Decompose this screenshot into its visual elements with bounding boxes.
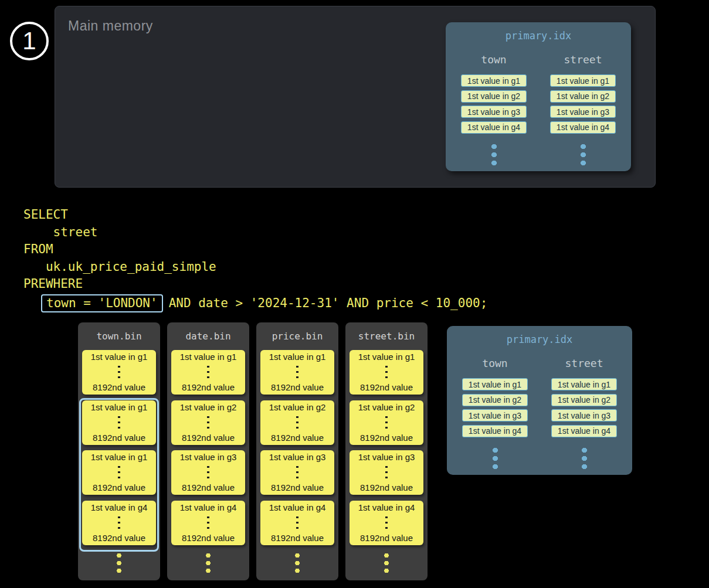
sql-query: SELECT street FROM uk.uk_price_paid_simp… [23, 206, 487, 314]
granule-first-value: 1st value in g4 [180, 502, 237, 512]
index-column-header: street [565, 357, 603, 369]
granule-first-value: 1st value in g3 [269, 452, 326, 462]
prewhere-town-highlight-box: town = 'LONDON' [41, 294, 163, 312]
granule-list: 1st value in g1 8192nd value 1st value i… [345, 350, 428, 545]
index-entry: 1st value in g4 [462, 425, 528, 437]
bin-file-date: date.bin 1st value in g1 8192nd value 1s… [167, 322, 249, 580]
granule-block: 1st value in g1 8192nd value [82, 400, 156, 445]
granule-block: 1st value in g2 8192nd value [260, 400, 334, 445]
granule-block: 1st value in g4 8192nd value [82, 501, 156, 545]
ellipsis-dots-icon [207, 464, 209, 480]
granule-block: 1st value in g2 8192nd value [171, 400, 245, 445]
bin-file-title: street.bin [345, 322, 428, 342]
granule-block: 1st value in g1 8192nd value [350, 350, 423, 395]
step-number: 1 [22, 29, 36, 53]
ellipsis-dots-icon [296, 364, 298, 380]
ellipsis-dots-icon [491, 142, 497, 167]
granule-last-value: 8192nd value [271, 482, 324, 492]
granule-last-value: 8192nd value [93, 433, 145, 443]
main-memory-label: Main memory [68, 18, 153, 34]
sql-line-table: uk.uk_price_paid_simple [23, 259, 487, 276]
ellipsis-dots-icon [118, 364, 120, 380]
granule-first-value: 1st value in g3 [358, 452, 415, 462]
granule-block: 1st value in g1 8192nd value [260, 350, 334, 395]
granule-last-value: 8192nd value [271, 433, 324, 443]
granule-first-value: 1st value in g4 [269, 502, 326, 512]
index-columns: town 1st value in g1 1st value in g2 1st… [446, 53, 631, 167]
index-column-town: town 1st value in g1 1st value in g2 1st… [462, 357, 528, 471]
ellipsis-dots-icon [493, 446, 498, 471]
granule-first-value: 1st value in g2 [358, 402, 415, 412]
granule-first-value: 1st value in g1 [358, 352, 415, 362]
ellipsis-dots-icon [581, 142, 586, 167]
index-column-street: street 1st value in g1 1st value in g2 1… [551, 357, 617, 471]
index-column-header: town [481, 53, 506, 66]
index-entry: 1st value in g3 [550, 106, 616, 118]
granule-list: 1st value in g1 8192nd value 1st value i… [167, 350, 249, 545]
index-file-title: primary.idx [446, 22, 631, 42]
granule-last-value: 8192nd value [182, 433, 235, 443]
index-entry: 1st value in g4 [551, 425, 617, 437]
granule-first-value: 1st value in g1 [91, 452, 148, 462]
bin-file-street: street.bin 1st value in g1 8192nd value … [345, 322, 428, 580]
ellipsis-dots-icon [207, 515, 209, 531]
index-entry: 1st value in g1 [461, 74, 527, 87]
granule-first-value: 1st value in g1 [180, 352, 237, 362]
granule-first-value: 1st value in g1 [91, 402, 148, 412]
granule-block: 1st value in g3 8192nd value [171, 450, 245, 495]
index-column-header: street [564, 53, 602, 66]
primary-index-card-memory: primary.idx town 1st value in g1 1st val… [446, 22, 631, 171]
ellipsis-dots-icon [206, 552, 211, 575]
index-entry: 1st value in g3 [461, 106, 527, 118]
step-number-badge: 1 [10, 22, 49, 60]
granule-list: 1st value in g1 8192nd value 1st value i… [78, 350, 160, 545]
granule-last-value: 8192nd value [271, 533, 324, 543]
index-entry: 1st value in g3 [551, 409, 617, 422]
ellipsis-dots-icon [118, 414, 120, 430]
sql-line-select: SELECT [23, 206, 487, 224]
granule-last-value: 8192nd value [271, 382, 324, 392]
ellipsis-dots-icon [295, 552, 300, 575]
bin-file-title: date.bin [167, 322, 249, 342]
ellipsis-dots-icon [385, 515, 388, 531]
bin-file-title: price.bin [256, 322, 338, 342]
granule-block: 1st value in g3 8192nd value [350, 450, 423, 495]
granule-first-value: 1st value in g4 [91, 502, 148, 512]
index-entry: 1st value in g1 [462, 378, 528, 390]
ellipsis-dots-icon [296, 414, 298, 430]
bin-file-town: town.bin 1st value in g1 8192nd value 1s… [78, 322, 160, 580]
granule-last-value: 8192nd value [360, 533, 413, 543]
ellipsis-dots-icon [384, 552, 389, 575]
sql-line-select-column: street [23, 224, 487, 242]
ellipsis-dots-icon [296, 464, 298, 480]
granule-last-value: 8192nd value [360, 382, 413, 392]
ellipsis-dots-icon [385, 414, 388, 430]
index-entry: 1st value in g2 [461, 90, 527, 103]
prewhere-town-predicate: town = 'LONDON' [46, 295, 158, 312]
granule-first-value: 1st value in g2 [180, 402, 237, 412]
index-entry: 1st value in g3 [462, 409, 528, 422]
granule-last-value: 8192nd value [93, 382, 145, 392]
granule-first-value: 1st value in g1 [269, 352, 326, 362]
granule-first-value: 1st value in g1 [91, 352, 148, 362]
granule-last-value: 8192nd value [360, 482, 413, 492]
granule-block: 1st value in g4 8192nd value [350, 501, 423, 545]
index-entry: 1st value in g4 [550, 121, 616, 134]
primary-index-card-disk: primary.idx town 1st value in g1 1st val… [447, 326, 632, 475]
granule-last-value: 8192nd value [93, 533, 145, 543]
granule-block: 1st value in g3 8192nd value [260, 450, 334, 495]
ellipsis-dots-icon [118, 464, 120, 480]
ellipsis-dots-icon [207, 364, 209, 380]
ellipsis-dots-icon [385, 364, 388, 380]
index-column-street: street 1st value in g1 1st value in g2 1… [550, 53, 616, 167]
granule-block: 1st value in g2 8192nd value [350, 400, 423, 445]
ellipsis-dots-icon [207, 414, 209, 430]
granule-last-value: 8192nd value [360, 433, 413, 443]
sql-line-prewhere: PREWHERE [23, 276, 487, 293]
granule-last-value: 8192nd value [182, 482, 235, 492]
granule-block: 1st value in g1 8192nd value [82, 450, 156, 495]
index-file-title: primary.idx [447, 326, 632, 345]
granule-block: 1st value in g1 8192nd value [82, 350, 156, 395]
index-entry: 1st value in g2 [551, 394, 617, 406]
bin-file-price: price.bin 1st value in g1 8192nd value 1… [256, 322, 338, 580]
